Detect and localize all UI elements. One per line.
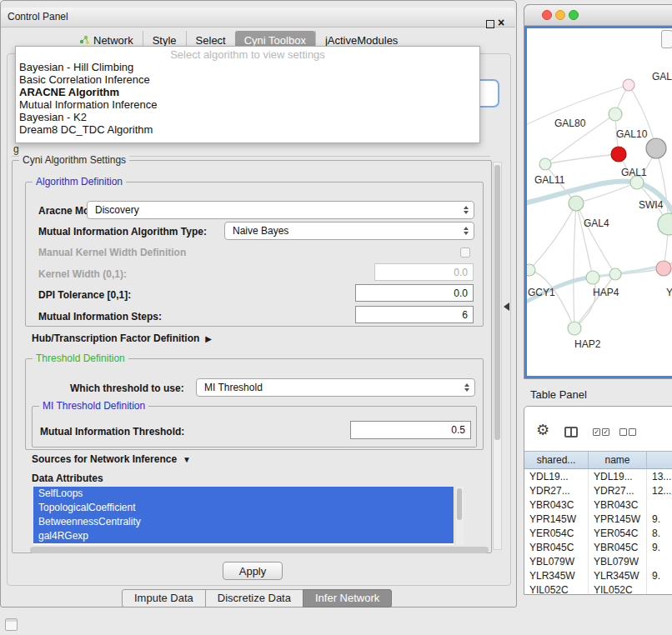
algorithm-option-dream8-dc-tdc-algorithm[interactable]: Dream8 DC_TDC Algorithm: [16, 123, 479, 136]
table-cell: YBR045C: [589, 540, 647, 554]
network-node[interactable]: [623, 79, 634, 91]
manual-kernel-width-checkbox[interactable]: [460, 248, 470, 258]
bottom-tab-infer-network[interactable]: Infer Network: [303, 589, 392, 608]
group-title: MI Threshold Definition: [39, 400, 148, 412]
network-node[interactable]: [658, 213, 672, 235]
aracne-mode-combobox[interactable]: Discovery: [87, 201, 474, 219]
column-header-name[interactable]: name: [589, 452, 647, 468]
column-header-2[interactable]: [647, 452, 672, 468]
network-edge: [656, 148, 669, 224]
expanded-arrow-icon[interactable]: ▼: [183, 455, 191, 464]
manual-kernel-width-label: Manual Kernel Width Definition: [38, 247, 186, 258]
network-edge: [529, 270, 574, 328]
tab-label: jActiveModules: [325, 34, 398, 47]
panel-divider-arrow[interactable]: [504, 302, 509, 311]
column-header-shared[interactable]: shared...: [524, 452, 589, 468]
apply-button[interactable]: Apply: [223, 562, 283, 580]
table-row[interactable]: YLR345WYLR345W9.: [524, 568, 672, 582]
network-node[interactable]: [568, 322, 581, 335]
algorithm-option-bayesian-hill-climbing[interactable]: Bayesian - Hill Climbing: [16, 61, 479, 73]
unchecked-box-icon: [629, 428, 636, 436]
sources-section[interactable]: Sources for Network Inference ▼: [32, 453, 191, 465]
table-cell: 13...: [647, 469, 672, 483]
bottom-tab-discretize-data[interactable]: Discretize Data: [205, 589, 303, 608]
network-edge: [574, 203, 576, 328]
mi-threshold-field[interactable]: 0.5: [350, 421, 471, 439]
algorithm-option-aracne-algorithm[interactable]: ARACNE Algorithm: [16, 86, 479, 98]
network-node[interactable]: [611, 147, 626, 162]
mi-steps-field[interactable]: 6: [355, 306, 474, 323]
node-label: HAP4: [593, 287, 619, 298]
algorithm-option-bayesian-k2[interactable]: Bayesian - K2: [16, 111, 479, 123]
table-header: shared...name: [524, 451, 672, 469]
table-row[interactable]: YBR045CYBR045C9.: [524, 540, 672, 554]
network-node[interactable]: [646, 138, 666, 158]
gear-icon[interactable]: ⚙: [536, 422, 549, 438]
table-row[interactable]: YER054CYER054C8.: [524, 526, 672, 540]
algorithm-option-basic-correlation-inference[interactable]: Basic Correlation Inference: [16, 73, 479, 86]
attribute-item-selfloops[interactable]: SelfLoops: [33, 487, 454, 501]
table-cell: YIL052C: [524, 582, 589, 594]
canvas-scrollbar[interactable]: [661, 30, 672, 48]
table-row[interactable]: YBL079WYBL079W: [524, 554, 672, 568]
minimize-button[interactable]: [555, 10, 565, 20]
table-cell: YBR043C: [589, 498, 647, 512]
kernel-width-field: 0.0: [374, 263, 474, 281]
network-node[interactable]: [609, 108, 622, 121]
network-node[interactable]: [609, 268, 621, 280]
table-cell: [647, 498, 672, 512]
minimized-window-icon[interactable]: [5, 618, 18, 631]
which-threshold-combobox[interactable]: MI Threshold: [196, 378, 475, 397]
node-label: GAL4: [584, 218, 609, 229]
attribute-item-gal4rgexp[interactable]: gal4RGexp: [33, 529, 454, 543]
deselect-all-icon[interactable]: [619, 428, 636, 436]
settings-scrollbar[interactable]: [493, 162, 502, 550]
mi-algorithm-type-combobox[interactable]: Naive Bayes: [224, 222, 474, 240]
dropdown-placeholder[interactable]: Select algorithm to view settings: [16, 48, 479, 61]
table-cell: YDR27...: [524, 483, 589, 498]
float-window-icon[interactable]: [486, 20, 494, 28]
table-row[interactable]: YPR145WYPR145W9.: [524, 512, 672, 526]
table-cell: 12...: [647, 483, 672, 498]
table-row[interactable]: YDR27...YDR27...12...: [524, 483, 672, 498]
collapsed-arrow-icon[interactable]: ▶: [205, 334, 212, 343]
network-node[interactable]: [586, 271, 599, 284]
select-all-icon[interactable]: ✓ ✓: [593, 428, 609, 436]
mi-threshold-value: 0.5: [451, 424, 465, 436]
table-cell: YLR345W: [524, 568, 589, 582]
attribute-item-betweennesscentrality[interactable]: BetweennessCentrality: [33, 515, 454, 529]
scrollbar-thumb[interactable]: [457, 488, 462, 520]
network-node[interactable]: [569, 196, 584, 211]
hub-section[interactable]: Hub/Transcription Factor Definition ▶: [32, 332, 212, 344]
list-scrollbar[interactable]: [454, 487, 464, 545]
table-row[interactable]: YBR043CYBR043C: [524, 498, 672, 512]
zoom-button[interactable]: [569, 10, 579, 20]
attribute-item-topologicalcoefficient[interactable]: TopologicalCoefficient: [33, 501, 454, 515]
node-label: GCY1: [528, 287, 555, 298]
algorithm-option-mutual-information-inference[interactable]: Mutual Information Inference: [16, 98, 479, 111]
table-row[interactable]: YIL052CYIL052C: [524, 582, 672, 594]
table-cell: [647, 554, 672, 568]
close-window-icon[interactable]: ×: [498, 17, 504, 28]
network-graph: GAL80GAL10GAL11GAL1SWI4GAL4GCY1HAP4HAP2Y…: [527, 28, 672, 376]
table-cell: YPR145W: [524, 512, 589, 526]
scrollbar-thumb[interactable]: [494, 165, 500, 440]
table-cell: YER054C: [524, 526, 589, 540]
columns-icon[interactable]: [564, 427, 578, 438]
aracne-mode-value: Discovery: [95, 204, 139, 216]
control-panel-titlebar[interactable]: Control Panel ×: [1, 8, 515, 28]
network-canvas[interactable]: GAL80GAL10GAL11GAL1SWI4GAL4GCY1HAP4HAP2Y…: [524, 26, 672, 378]
bottom-tab-impute-data[interactable]: Impute Data: [122, 589, 206, 608]
kernel-width-label: Kernel Width (0,1):: [38, 268, 127, 280]
horizontal-scrollbar[interactable]: [30, 547, 489, 553]
group-title: Cyni Algorithm Settings: [19, 154, 129, 166]
network-node[interactable]: [527, 264, 535, 276]
mi-threshold-label: Mutual Information Threshold:: [40, 426, 184, 438]
network-node[interactable]: [656, 261, 671, 276]
network-node[interactable]: [539, 158, 551, 170]
tab-label: Cyni Toolbox: [244, 34, 306, 47]
dpi-tolerance-field[interactable]: 0.0: [355, 284, 474, 302]
close-button[interactable]: [542, 10, 552, 20]
table-row[interactable]: YDL19...YDL19...13...: [524, 469, 672, 483]
table-cell: YDL19...: [589, 469, 647, 483]
